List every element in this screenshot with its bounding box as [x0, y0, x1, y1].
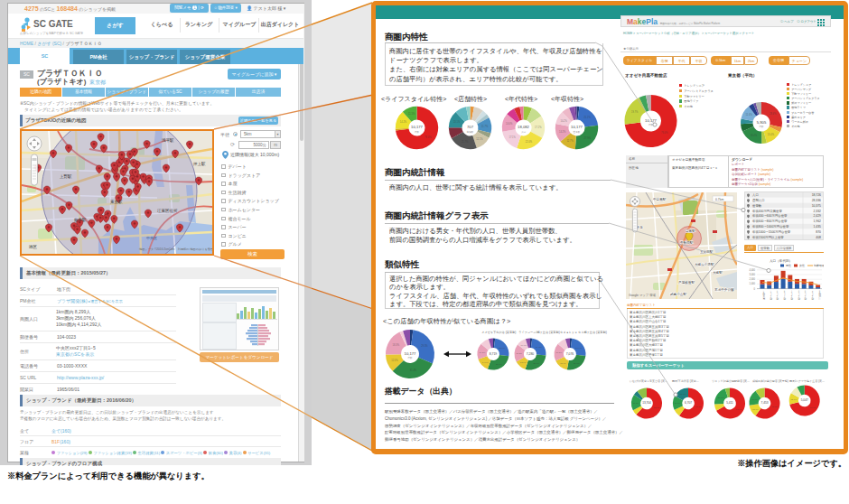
svg-text:25.0%: 25.0%: [499, 347, 506, 350]
svg-text:870: 870: [816, 230, 821, 234]
svg-text:707: 707: [467, 125, 474, 129]
svg-text:18,726: 18,726: [812, 193, 821, 197]
svg-text:人口（年代別）: 人口（年代別）: [770, 258, 792, 263]
svg-text:浅草駅: 浅草駅: [162, 137, 174, 143]
svg-text:17.2%: 17.2%: [535, 126, 542, 129]
svg-text:73.0%: 73.0%: [424, 135, 432, 139]
svg-text:15.0%: 15.0%: [560, 362, 567, 365]
svg-text:13,704: 13,704: [642, 401, 651, 405]
svg-text:21.7%: 21.7%: [462, 140, 469, 144]
svg-text:12.0%: 12.0%: [520, 361, 527, 364]
svg-text:11.4%: 11.4%: [746, 113, 753, 117]
svg-text:大崎広小路駅: 大崎広小路駅: [695, 262, 714, 266]
svg-text:上野駅: 上野駅: [60, 173, 72, 179]
svg-text:4,000: 4,000: [750, 268, 756, 272]
svg-text:62.0%: 62.0%: [654, 406, 661, 409]
svg-text:年齢階級別平均: 年齢階級別平均: [814, 264, 824, 267]
svg-text:25〜34歳: 25〜34歳: [776, 291, 779, 301]
svg-text:15歳未満: 15歳未満: [762, 291, 766, 301]
svg-text:14.2%: 14.2%: [559, 130, 566, 134]
svg-text:28.4%: 28.4%: [770, 112, 777, 116]
svg-text:10.0%: 10.0%: [521, 344, 528, 347]
svg-text:中央区: 中央区: [146, 236, 157, 240]
svg-text:60.0%: 60.0%: [771, 406, 779, 408]
svg-text:13.1%: 13.1%: [453, 120, 461, 124]
svg-text:24.9%: 24.9%: [575, 347, 583, 350]
svg-text:73.0%: 73.0%: [661, 131, 668, 135]
svg-text:不動前駅: 不動前駅: [680, 240, 694, 245]
svg-text:17.0%: 17.0%: [633, 402, 640, 405]
svg-text:71.0%: 71.0%: [810, 406, 817, 409]
svg-text:28.7%: 28.7%: [496, 363, 503, 366]
svg-text:件数: 件数: [759, 125, 764, 128]
svg-text:27.9%: 27.9%: [584, 136, 592, 140]
svg-text:19.7%: 19.7%: [631, 110, 639, 114]
svg-text:26.0%: 26.0%: [574, 362, 581, 365]
svg-text:21.2%: 21.2%: [583, 116, 591, 119]
svg-text:22.0%: 22.0%: [526, 140, 533, 144]
svg-text:10,177: 10,177: [405, 351, 416, 356]
svg-text:408: 408: [816, 236, 821, 239]
svg-text:人口: 人口: [752, 193, 759, 197]
svg-text:17.0%: 17.0%: [751, 398, 759, 401]
svg-text:年収600〜800万円台世帯: 年収600〜800万円台世帯: [752, 219, 788, 223]
svg-text:12.1%: 12.1%: [476, 137, 483, 141]
svg-text:24.3%: 24.3%: [536, 346, 543, 349]
svg-text:45〜54歳: 45〜54歳: [790, 291, 794, 301]
svg-text:大崎駅: 大崎駅: [713, 271, 723, 275]
svg-text:年収1000〜1500万円台世帯: 年収1000〜1500万円台世帯: [752, 230, 791, 234]
svg-text:女性: 女性: [799, 264, 805, 267]
svg-text:6,707: 6,707: [685, 401, 692, 405]
svg-text:東京駅: 東京駅: [110, 199, 123, 204]
svg-text:55〜64歳: 55〜64歳: [798, 291, 801, 301]
svg-text:年収400万円未満世帯: 年収400万円未満世帯: [752, 210, 782, 213]
svg-text:押上駅: 押上駅: [192, 161, 206, 166]
svg-text:18.3%: 18.3%: [393, 343, 400, 347]
svg-text:10,177: 10,177: [411, 125, 423, 129]
svg-text:12.7%: 12.7%: [566, 139, 574, 143]
svg-text:男性: 男性: [786, 264, 791, 267]
svg-text:11.7%: 11.7%: [481, 125, 489, 128]
svg-text:12.0%: 12.0%: [791, 398, 798, 401]
svg-text:10,177: 10,177: [571, 125, 583, 129]
svg-text:年収1500万円以上世帯: 年収1500万円以上世帯: [752, 236, 784, 239]
svg-text:17.1%: 17.1%: [509, 135, 517, 139]
svg-text:31.4%: 31.4%: [410, 369, 417, 372]
svg-text:世帯数: 世帯数: [574, 130, 581, 134]
svg-text:21.0%: 21.0%: [718, 397, 725, 399]
svg-text:1,435: 1,435: [814, 225, 822, 229]
svg-text:3,000: 3,000: [750, 273, 756, 276]
svg-text:60.0%: 60.0%: [695, 406, 703, 408]
svg-text:29.3%: 29.3%: [421, 344, 428, 348]
svg-text:昼間人口: 昼間人口: [752, 199, 765, 202]
svg-text:18.3%: 18.3%: [516, 352, 523, 355]
svg-text:28.7%: 28.7%: [533, 362, 540, 365]
svg-text:目黒駅: 目黒駅: [686, 229, 695, 233]
svg-text:1,000: 1,000: [750, 282, 756, 285]
svg-text:五反田駅: 五反田駅: [700, 249, 714, 254]
svg-text:中目黒駅: 中目黒駅: [653, 198, 667, 201]
svg-text:件数: 件数: [415, 130, 420, 134]
svg-text:85歳以上: 85歳以上: [818, 291, 822, 301]
svg-text:10,375: 10,375: [812, 204, 821, 208]
svg-text:67.0%: 67.0%: [736, 408, 743, 411]
svg-text:年収400〜600万円台世帯: 年収400〜600万円台世帯: [752, 214, 788, 218]
svg-text:2,429: 2,429: [814, 214, 822, 218]
svg-text:15〜24歳: 15〜24歳: [770, 291, 773, 301]
svg-text:35〜44歳: 35〜44歳: [783, 291, 787, 301]
svg-text:7,076: 7,076: [566, 352, 574, 356]
svg-text:18.4%: 18.4%: [751, 134, 758, 137]
svg-text:11.5%: 11.5%: [408, 112, 415, 116]
svg-text:12.0%: 12.0%: [391, 359, 398, 362]
svg-text:75〜84歳: 75〜84歳: [811, 291, 815, 301]
svg-text:芝浦中央公園: 芝浦中央公園: [714, 287, 734, 292]
svg-text:13.4%: 13.4%: [768, 133, 775, 136]
svg-text:7,280: 7,280: [527, 352, 535, 356]
svg-text:0.7km: 0.7km: [715, 198, 723, 201]
svg-text:17.0%: 17.0%: [680, 393, 687, 396]
svg-text:1,962: 1,962: [814, 219, 822, 223]
svg-text:2,332: 2,332: [814, 210, 822, 213]
svg-text:5,047: 5,047: [801, 398, 808, 402]
svg-text:65〜74歳: 65〜74歳: [804, 291, 807, 301]
svg-text:江東区役所: 江東区役所: [157, 208, 178, 213]
